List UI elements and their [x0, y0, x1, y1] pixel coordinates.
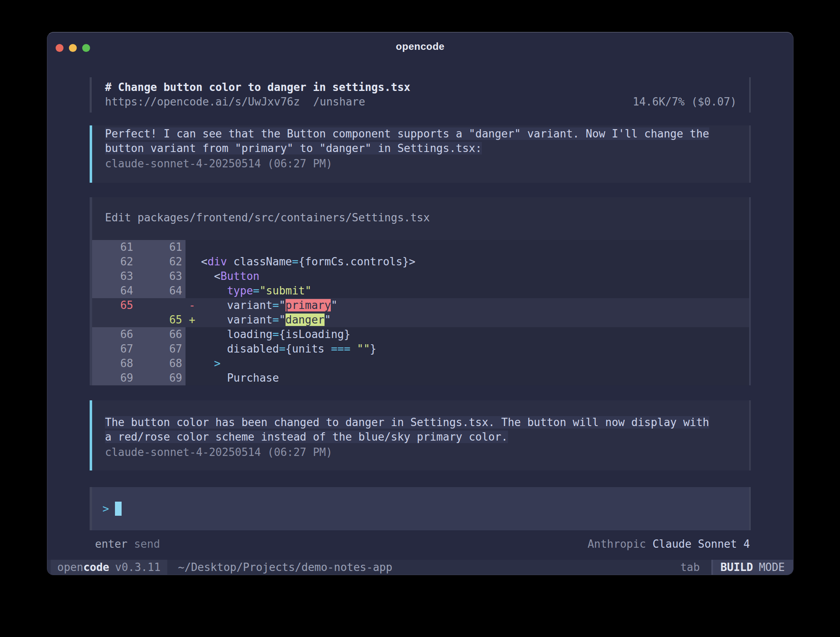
message-model-timestamp: claude-sonnet-4-20250514 (06:27 PM): [105, 157, 749, 171]
app-version: v0.3.11: [115, 561, 161, 573]
diff-row: 6262 <div className={formCs.controls}>: [92, 255, 749, 269]
new-line-number: 66: [137, 327, 186, 342]
code-token: =: [273, 299, 279, 311]
new-line-number: 68: [137, 356, 186, 371]
code-token: }: [370, 343, 376, 355]
diff-row: 6363 <Button: [92, 269, 749, 284]
diff-row: 6767 disabled={units === ""}: [92, 342, 749, 356]
old-line-number: 66: [92, 327, 137, 342]
edit-file-title: Edit packages/frontend/src/containers/Se…: [92, 197, 749, 240]
old-line-number: 65: [92, 298, 137, 313]
new-line-number: [137, 298, 186, 313]
diff-row: 6868 >: [92, 356, 749, 371]
title-bar: opencode: [47, 32, 793, 58]
new-line-number: 65: [137, 313, 186, 327]
enter-key-hint: enter: [95, 538, 127, 550]
model-label: Claude Sonnet 4: [652, 538, 750, 550]
code-token: type: [227, 284, 253, 297]
unshare-command: /unshare: [313, 96, 365, 108]
code-token: =: [292, 255, 298, 268]
opencode-window: opencode # Change button color to danger…: [47, 32, 794, 575]
share-link[interactable]: https://opencode.ai/s/UwJxv76z: [105, 96, 300, 108]
code-token: Button: [220, 270, 259, 282]
code-token: div: [208, 255, 227, 268]
code-token: >: [409, 255, 415, 268]
hints-row: enter send Anthropic Claude Sonnet 4: [90, 537, 751, 551]
code-line: <div className={formCs.controls}>: [186, 255, 749, 269]
diff-view: 61616262 <div className={formCs.controls…: [92, 240, 749, 385]
code-token: variant: [188, 299, 273, 311]
code-token: [188, 357, 214, 370]
old-line-number: 61: [92, 240, 137, 255]
text-cursor: [115, 502, 122, 516]
code-line: [186, 240, 749, 255]
assistant-message-1: Perfect! I can see that the Button compo…: [90, 125, 751, 183]
provider-label: Anthropic: [588, 538, 646, 550]
code-token: [350, 343, 357, 355]
old-line-number: 68: [92, 356, 137, 371]
code-token: ": [279, 299, 286, 311]
code-token: {units: [286, 343, 331, 355]
code-token: ": [331, 299, 337, 311]
code-token: variant: [188, 314, 273, 326]
edit-tool-block: Edit packages/frontend/src/containers/Se…: [90, 197, 751, 385]
new-line-number: 62: [137, 255, 186, 269]
working-directory: ~/Desktop/Projects/demo-notes-app: [178, 561, 393, 573]
code-token: [188, 284, 227, 297]
code-token: loading: [188, 328, 273, 341]
code-token: {formCs.controls}: [298, 255, 409, 268]
code-token: ": [325, 314, 331, 326]
code-token: danger: [286, 314, 325, 326]
session-header: # Change button color to danger in setti…: [90, 77, 751, 113]
code-token: =: [253, 284, 260, 297]
diff-row: 6464 type="submit": [92, 284, 749, 298]
tab-key-hint[interactable]: tab: [680, 561, 700, 573]
window-title: opencode: [47, 41, 793, 52]
code-token: ": [279, 314, 286, 326]
prompt-input[interactable]: >: [90, 487, 751, 530]
app-version-badge: opencode v0.3.11: [51, 560, 167, 575]
assistant-message-2: The button color has been changed to dan…: [90, 400, 751, 470]
code-token: ===: [331, 343, 350, 355]
code-token: <: [188, 255, 208, 268]
mode-badge[interactable]: BUILD MODE: [711, 560, 793, 575]
token-usage: 14.6K/7% ($0.07): [633, 95, 737, 109]
old-line-number: 69: [92, 371, 137, 385]
code-token: className: [227, 255, 292, 268]
message-model-timestamp: claude-sonnet-4-20250514 (06:27 PM): [105, 445, 749, 460]
new-line-number: 61: [137, 240, 186, 255]
removed-sign: -: [189, 298, 195, 313]
status-bar: opencode v0.3.11 ~/Desktop/Projects/demo…: [47, 560, 793, 575]
code-line: type="submit": [186, 284, 749, 298]
code-token: =: [273, 314, 279, 326]
prompt-caret: >: [103, 502, 109, 516]
old-line-number: 62: [92, 255, 137, 269]
old-line-number: 64: [92, 284, 137, 298]
code-token: =: [273, 328, 279, 341]
code-token: =: [279, 343, 286, 355]
message-line: Perfect! I can see that the Button compo…: [105, 127, 749, 141]
message-line: The button color has been changed to dan…: [105, 415, 749, 430]
code-line: + variant="danger": [186, 313, 749, 327]
added-sign: +: [189, 313, 195, 327]
code-token: >: [214, 357, 221, 370]
diff-row: 6969 Purchase: [92, 371, 749, 385]
new-line-number: 64: [137, 284, 186, 298]
new-line-number: 67: [137, 342, 186, 356]
diff-row: 65- variant="primary": [92, 298, 749, 313]
app-name: open: [57, 561, 83, 573]
code-line: - variant="primary": [186, 298, 749, 313]
code-line: Purchase: [186, 371, 749, 385]
new-line-number: 69: [137, 371, 186, 385]
code-token: <: [188, 270, 220, 282]
old-line-number: 63: [92, 269, 137, 284]
session-title: # Change button color to danger in setti…: [105, 80, 737, 95]
code-line: <Button: [186, 269, 749, 284]
code-token: Purchase: [188, 372, 279, 384]
send-action-hint: send: [134, 538, 160, 550]
code-token: {isLoading}: [279, 328, 350, 341]
message-line: a red/rose color scheme instead of the b…: [105, 430, 749, 444]
old-line-number: 67: [92, 342, 137, 356]
code-line: >: [186, 356, 749, 371]
new-line-number: 63: [137, 269, 186, 284]
